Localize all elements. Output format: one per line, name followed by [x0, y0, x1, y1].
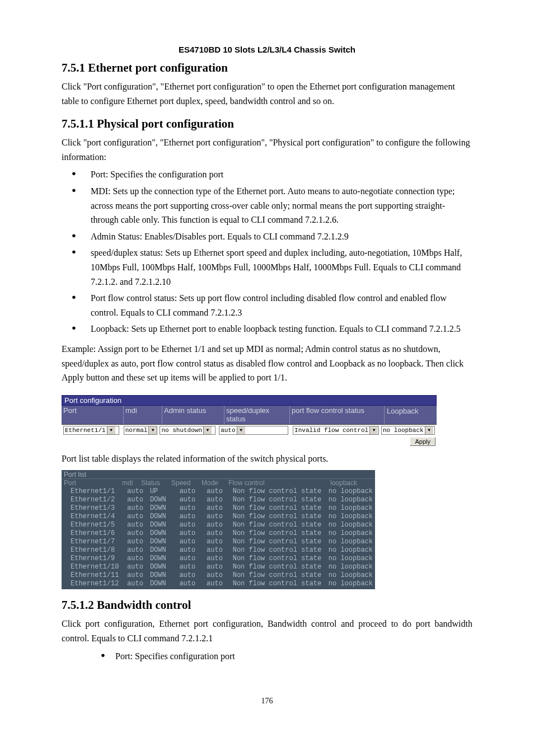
chevron-down-icon[interactable]: ▼ — [425, 426, 433, 434]
cell: auto — [179, 538, 207, 546]
cell: DOWN — [150, 521, 180, 529]
mdi-select[interactable]: normal ▼ — [124, 426, 157, 435]
cell: Non flow control state — [233, 529, 329, 538]
cell: Ethernet1/10 — [64, 563, 127, 571]
document-page: ES4710BD 10 Slots L2/L3/L4 Chassis Switc… — [0, 0, 534, 739]
cell: auto — [179, 496, 207, 504]
table-row: Ethernet1/3autoDOWNautoautoNon flow cont… — [62, 504, 375, 513]
cell: auto — [127, 513, 150, 521]
cell: auto — [127, 496, 150, 504]
cell: auto — [207, 513, 233, 521]
cell: auto — [179, 487, 207, 496]
section-7-5-1-2-body: Click port configuration, Ethernet port … — [62, 617, 472, 645]
port-list-note: Port list table displays the related inf… — [62, 452, 472, 466]
cell: DOWN — [150, 563, 180, 571]
table-row: Ethernet1/7autoDOWNautoautoNon flow cont… — [62, 538, 375, 546]
header-port: Port — [62, 406, 124, 424]
chevron-down-icon[interactable]: ▼ — [369, 426, 378, 434]
speed-select[interactable]: auto ▼ — [219, 426, 288, 435]
port-config-input-row: Ethernet1/1 ▼ normal ▼ no shutdown ▼ aut… — [62, 425, 437, 436]
table-row: Ethernet1/8autoDOWNautoautoNon flow cont… — [62, 546, 375, 555]
pl-h-mode: Mode — [202, 479, 228, 487]
speed-select-value: auto — [221, 427, 235, 434]
cell: DOWN — [150, 580, 180, 588]
cell: auto — [207, 563, 233, 571]
page-number: 176 — [62, 697, 472, 706]
port-list-title: Port list — [62, 470, 375, 479]
bullet-loop: Loopback: Sets up Ethernet port to enabl… — [72, 322, 472, 336]
port-config-title: Port configuration — [62, 395, 437, 406]
table-row: Ethernet1/10autoDOWNautoautoNon flow con… — [62, 563, 375, 571]
cell: auto — [179, 563, 207, 571]
loopback-select-value: no loopback — [383, 427, 424, 434]
port-select[interactable]: Ethernet1/1 ▼ — [63, 426, 119, 435]
cell: Ethernet1/9 — [64, 555, 127, 563]
cell: auto — [127, 571, 150, 580]
cell: Non flow control state — [233, 563, 329, 571]
chevron-down-icon[interactable]: ▼ — [203, 426, 212, 434]
cell: Ethernet1/7 — [64, 538, 127, 546]
section-7-5-1-2-title: 7.5.1.2 Bandwidth control — [62, 598, 472, 612]
chevron-down-icon[interactable]: ▼ — [237, 426, 245, 434]
cell: auto — [207, 555, 233, 563]
cell: auto — [179, 555, 207, 563]
cell: no loopback — [329, 513, 373, 521]
pl-h-port: Port — [64, 479, 122, 487]
cell: auto — [207, 538, 233, 546]
pl-h-flow: Flow control — [228, 479, 330, 487]
pl-h-mdi: mdi — [122, 479, 141, 487]
cell: auto — [179, 546, 207, 555]
cell: auto — [207, 571, 233, 580]
cell: DOWN — [150, 529, 180, 538]
cell: no loopback — [329, 521, 373, 529]
cell: auto — [207, 546, 233, 555]
header-speed: speed/duplex status — [224, 406, 290, 424]
cell: no loopback — [329, 580, 373, 588]
cell: Non flow control state — [233, 580, 329, 588]
cell: no loopback — [329, 571, 373, 580]
table-row: Ethernet1/11autoDOWNautoautoNon flow con… — [62, 571, 375, 580]
port-config-form: Port configuration Port mdi Admin status… — [62, 395, 437, 446]
section-7-5-1-title: 7.5.1 Ethernet port configuration — [62, 61, 472, 75]
table-row: Ethernet1/12autoDOWNautoautoNon flow con… — [62, 580, 375, 588]
cell: Ethernet1/8 — [64, 546, 127, 555]
cell: no loopback — [329, 487, 373, 496]
port-list-table: Port list Port mdi Status Speed Mode Flo… — [62, 470, 375, 589]
chevron-down-icon[interactable]: ▼ — [107, 426, 115, 434]
bullet-mdi: MDI: Sets up the connection type of the … — [72, 184, 472, 227]
bullet-speed: speed/duplex status: Sets up Ethernet sp… — [72, 246, 472, 289]
section-7-5-1-1-intro: Click "port configuration", "Ethernet po… — [62, 135, 472, 164]
port-select-value: Ethernet1/1 — [65, 427, 106, 434]
cell: no loopback — [329, 504, 373, 513]
admin-select[interactable]: no shutdown ▼ — [160, 426, 216, 435]
pl-h-loopback: loopback — [330, 479, 369, 487]
cell: auto — [127, 580, 150, 588]
cell: auto — [179, 504, 207, 513]
pl-h-status: Status — [141, 479, 171, 487]
bullet-admin: Admin Status: Enables/Disables port. Equ… — [72, 229, 472, 244]
table-row: Ethernet1/6autoDOWNautoautoNon flow cont… — [62, 529, 375, 538]
cell: Ethernet1/6 — [64, 529, 127, 538]
table-row: Ethernet1/9autoDOWNautoautoNon flow cont… — [62, 555, 375, 563]
cell: Non flow control state — [233, 546, 329, 555]
cell: auto — [127, 546, 150, 555]
cell: Non flow control state — [233, 487, 329, 496]
header-admin: Admin status — [162, 406, 224, 424]
section-7-5-1-body: Click "Port configuration", "Ethernet po… — [62, 79, 472, 108]
flow-select[interactable]: Invalid flow control ▼ — [293, 426, 379, 435]
cell: no loopback — [329, 563, 373, 571]
table-row: Ethernet1/1autoUPautoautoNon flow contro… — [62, 487, 375, 496]
cell: Ethernet1/2 — [64, 496, 127, 504]
cell: Ethernet1/1 — [64, 487, 127, 496]
apply-button[interactable]: Apply — [410, 437, 435, 446]
cell: auto — [127, 504, 150, 513]
port-list-rows: Ethernet1/1autoUPautoautoNon flow contro… — [62, 487, 375, 589]
cell: Ethernet1/12 — [64, 580, 127, 588]
cell: auto — [127, 563, 150, 571]
cell: DOWN — [150, 571, 180, 580]
loopback-select[interactable]: no loopback ▼ — [381, 426, 435, 435]
mdi-select-value: normal — [125, 427, 148, 434]
cell: DOWN — [150, 546, 180, 555]
cell: UP — [150, 487, 180, 496]
chevron-down-icon[interactable]: ▼ — [148, 426, 156, 434]
